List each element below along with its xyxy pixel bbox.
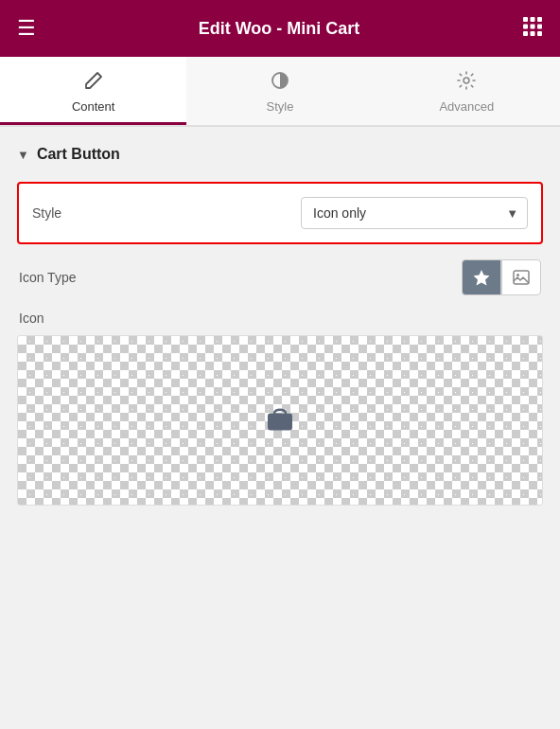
tab-content-label: Content [72,99,115,114]
tab-style-label: Style [267,99,294,114]
svg-rect-8 [537,31,542,36]
tab-bar: Content Style Advanced [0,57,560,126]
svg-rect-0 [523,17,528,22]
icon-label: Icon [17,311,543,326]
tab-advanced[interactable]: Advanced [374,57,560,125]
svg-rect-14 [268,414,292,431]
page-title: Edit Woo - Mini Cart [199,19,360,39]
hamburger-icon[interactable]: ☰ [17,18,36,39]
icon-type-button-group [462,259,541,295]
svg-rect-4 [531,25,535,29]
svg-rect-7 [531,31,535,36]
svg-rect-3 [523,25,528,29]
tab-advanced-label: Advanced [439,99,494,114]
style-select-wrapper: Icon only Icon and text Text only ▼ [301,197,528,229]
svg-point-13 [516,274,519,276]
svg-rect-12 [514,271,529,284]
tab-content[interactable]: Content [0,57,186,125]
collapse-arrow-icon[interactable]: ▼ [17,148,29,162]
tab-style[interactable]: Style [186,57,373,125]
grid-icon[interactable] [522,16,543,41]
svg-rect-6 [523,31,528,36]
cart-icon [264,401,296,440]
svg-point-10 [464,78,469,83]
style-label: Style [32,205,61,221]
icon-type-label: Icon Type [19,270,76,285]
svg-marker-11 [474,270,490,286]
style-row: Style Icon only Icon and text Text only … [17,182,543,244]
style-select[interactable]: Icon only Icon and text Text only [301,197,528,229]
header: ☰ Edit Woo - Mini Cart [0,0,560,57]
section-title: Cart Button [37,146,120,163]
style-icon [270,70,290,96]
icon-type-star-button[interactable] [462,259,501,295]
pencil-icon [83,70,104,96]
icon-type-image-button[interactable] [501,259,541,295]
main-content: ▼ Cart Button Style Icon only Icon and t… [0,127,560,506]
svg-rect-5 [537,25,542,29]
icon-type-row: Icon Type [17,259,543,295]
section-header: ▼ Cart Button [17,146,543,163]
gear-icon [456,70,477,96]
svg-rect-1 [531,17,535,22]
svg-rect-2 [537,17,542,22]
icon-canvas [17,335,543,506]
